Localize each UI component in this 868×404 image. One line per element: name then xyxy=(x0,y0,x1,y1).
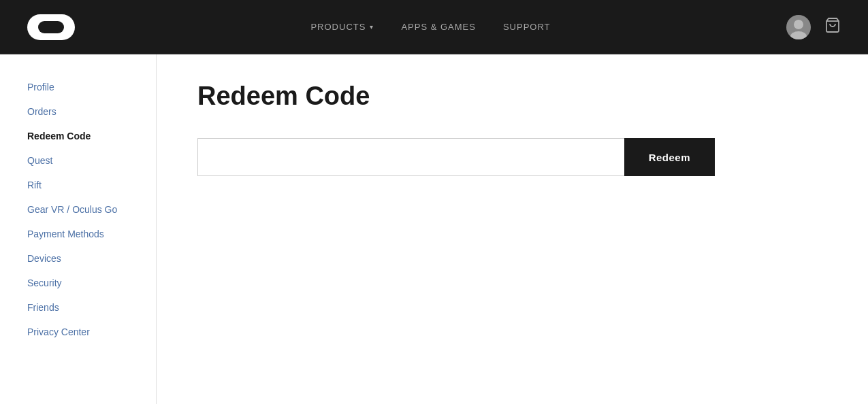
nav-support-label: SUPPORT xyxy=(503,22,551,32)
logo-inner xyxy=(38,21,64,33)
nav-products-label: PRODUCTS xyxy=(310,22,366,32)
sidebar-item-payment-methods[interactable]: Payment Methods xyxy=(27,222,142,246)
main-content: Redeem Code Redeem xyxy=(157,54,868,404)
sidebar-item-security[interactable]: Security xyxy=(27,271,142,295)
navbar-center: PRODUCTS ▾ APPS & GAMES SUPPORT xyxy=(310,22,550,32)
logo[interactable] xyxy=(27,14,75,40)
sidebar-item-redeem-code[interactable]: Redeem Code xyxy=(27,124,142,148)
cart-icon[interactable] xyxy=(824,17,841,37)
svg-point-1 xyxy=(794,20,803,29)
main-container: Profile Orders Redeem Code Quest Rift Ge… xyxy=(0,54,868,404)
sidebar-item-orders[interactable]: Orders xyxy=(27,99,142,124)
nav-support[interactable]: SUPPORT xyxy=(503,22,551,32)
sidebar-item-quest[interactable]: Quest xyxy=(27,148,142,173)
chevron-down-icon: ▾ xyxy=(370,23,374,31)
redeem-button[interactable]: Redeem xyxy=(624,138,715,176)
nav-apps-games[interactable]: APPS & GAMES xyxy=(401,22,476,32)
sidebar-item-gear-vr[interactable]: Gear VR / Oculus Go xyxy=(27,197,142,222)
sidebar-item-profile[interactable]: Profile xyxy=(27,75,142,99)
nav-apps-games-label: APPS & GAMES xyxy=(401,22,476,32)
sidebar: Profile Orders Redeem Code Quest Rift Ge… xyxy=(0,54,157,404)
logo-shape xyxy=(27,14,75,40)
redeem-form: Redeem xyxy=(197,138,715,176)
avatar[interactable] xyxy=(786,15,811,39)
page-title: Redeem Code xyxy=(197,82,827,111)
redeem-code-input[interactable] xyxy=(197,138,624,176)
sidebar-item-friends[interactable]: Friends xyxy=(27,295,142,320)
sidebar-item-rift[interactable]: Rift xyxy=(27,173,142,197)
sidebar-item-privacy-center[interactable]: Privacy Center xyxy=(27,320,142,344)
navbar: PRODUCTS ▾ APPS & GAMES SUPPORT xyxy=(0,0,868,54)
nav-products[interactable]: PRODUCTS ▾ xyxy=(310,22,374,32)
sidebar-item-devices[interactable]: Devices xyxy=(27,246,142,271)
navbar-right xyxy=(786,15,841,39)
